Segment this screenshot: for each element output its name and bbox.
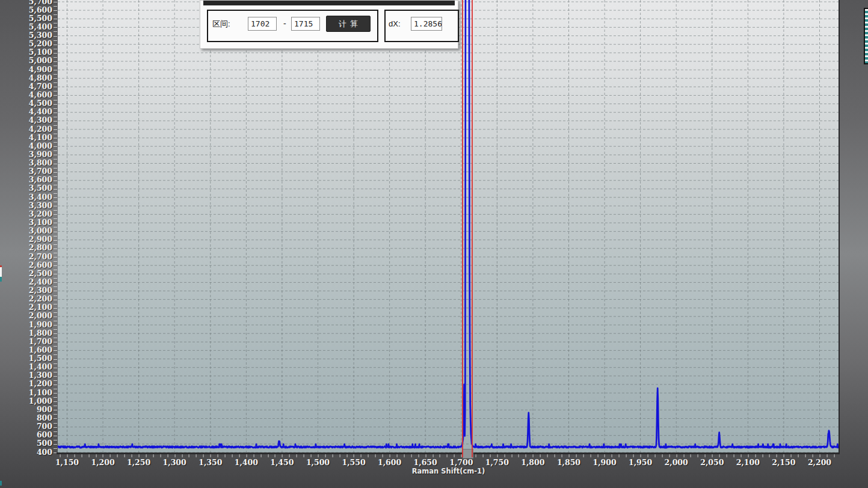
calculate-button[interactable]: 计算 bbox=[326, 16, 371, 32]
dx-label: dX: bbox=[389, 19, 401, 29]
x-tick-label: 1,950 bbox=[621, 459, 660, 467]
y-tick-label: 400 bbox=[0, 448, 52, 457]
y-axis-minor-ticks bbox=[54, 0, 57, 453]
spectrum-trace bbox=[58, 0, 839, 448]
x-tick-label: 1,250 bbox=[120, 459, 158, 467]
raman-spectrum-chart[interactable] bbox=[58, 0, 839, 452]
y-tick-label: 1,000 bbox=[0, 397, 52, 406]
y-tick-label: 5,100 bbox=[0, 48, 52, 57]
y-tick-label: 2,900 bbox=[0, 235, 52, 244]
y-tick-label: 4,500 bbox=[0, 99, 52, 108]
x-tick-label: 2,200 bbox=[801, 459, 839, 467]
y-tick-label: 4,000 bbox=[0, 142, 52, 150]
y-tick-label: 2,300 bbox=[0, 286, 52, 295]
interval-measure-dialog: 区间: - 计算 dX: bbox=[200, 0, 458, 49]
dx-result-input[interactable] bbox=[411, 17, 442, 31]
y-tick-label: 3,500 bbox=[0, 184, 52, 193]
y-tick-label: 800 bbox=[0, 414, 52, 422]
y-tick-label: 3,100 bbox=[0, 218, 52, 227]
y-tick-label: 1,900 bbox=[0, 321, 52, 329]
y-tick-label: 4,900 bbox=[0, 66, 52, 74]
y-tick-label: 3,000 bbox=[0, 227, 52, 235]
x-tick-label: 1,500 bbox=[299, 459, 337, 467]
interval-separator: - bbox=[283, 18, 286, 29]
y-tick-label: 5,300 bbox=[0, 31, 52, 40]
interval-from-input[interactable] bbox=[248, 17, 277, 31]
y-tick-label: 2,400 bbox=[0, 278, 52, 286]
y-tick-label: 4,700 bbox=[0, 82, 52, 91]
x-tick-label: 2,100 bbox=[728, 459, 767, 467]
y-tick-label: 600 bbox=[0, 431, 52, 439]
y-tick-label: 4,400 bbox=[0, 108, 52, 116]
y-tick-label: 2,000 bbox=[0, 312, 52, 320]
y-tick-label: 1,500 bbox=[0, 354, 52, 363]
x-axis-title: Raman Shift(cm-1) bbox=[58, 467, 839, 475]
x-axis-line bbox=[57, 452, 840, 454]
x-tick-label: 2,150 bbox=[765, 459, 803, 467]
x-tick-label: 1,450 bbox=[263, 459, 301, 467]
y-tick-label: 4,600 bbox=[0, 91, 52, 99]
y-tick-label: 3,700 bbox=[0, 167, 52, 176]
grid-lines bbox=[58, 0, 839, 452]
x-tick-label: 1,150 bbox=[48, 459, 87, 467]
x-tick-label: 1,750 bbox=[478, 459, 516, 467]
interval-to-input[interactable] bbox=[291, 17, 320, 31]
y-tick-label: 5,600 bbox=[0, 6, 52, 14]
y-tick-label: 5,700 bbox=[0, 0, 52, 6]
spectrum-analyzer-window: 4005006007008009001,0001,1001,2001,3001,… bbox=[0, 0, 868, 488]
y-tick-label: 4,100 bbox=[0, 134, 52, 142]
y-tick-label: 5,500 bbox=[0, 14, 52, 23]
y-tick-label: 900 bbox=[0, 406, 52, 414]
x-tick-label: 1,700 bbox=[442, 459, 481, 467]
clipped-corner-bottom-left bbox=[0, 481, 2, 486]
x-tick-label: 1,350 bbox=[191, 459, 230, 467]
y-tick-label: 5,000 bbox=[0, 57, 52, 65]
x-tick-label: 2,050 bbox=[693, 459, 731, 467]
y-tick-label: 4,300 bbox=[0, 116, 52, 125]
y-tick-label: 4,200 bbox=[0, 125, 52, 134]
plot-right-border bbox=[839, 0, 840, 454]
y-tick-label: 2,500 bbox=[0, 270, 52, 278]
clipped-panel-right bbox=[864, 8, 868, 64]
y-tick-label: 2,700 bbox=[0, 253, 52, 261]
y-tick-label: 3,600 bbox=[0, 176, 52, 184]
y-tick-label: 2,800 bbox=[0, 244, 52, 252]
y-tick-label: 3,300 bbox=[0, 202, 52, 210]
y-tick-label: 1,400 bbox=[0, 363, 52, 371]
interval-label: 区间: bbox=[212, 19, 230, 29]
y-tick-label: 500 bbox=[0, 439, 52, 448]
y-tick-label: 5,200 bbox=[0, 40, 52, 48]
dialog-titlebar[interactable] bbox=[203, 1, 455, 5]
clipped-panel-left bbox=[0, 265, 2, 282]
y-tick-label: 3,200 bbox=[0, 210, 52, 218]
x-tick-label: 1,400 bbox=[227, 459, 265, 467]
y-tick-label: 1,600 bbox=[0, 346, 52, 354]
x-tick-label: 1,650 bbox=[406, 459, 445, 467]
x-tick-label: 1,800 bbox=[514, 459, 552, 467]
x-tick-label: 1,900 bbox=[585, 459, 624, 467]
y-tick-label: 2,100 bbox=[0, 303, 52, 312]
y-tick-label: 2,200 bbox=[0, 295, 52, 303]
interval-marker-line[interactable] bbox=[472, 0, 473, 457]
y-tick-label: 3,400 bbox=[0, 193, 52, 202]
y-tick-label: 700 bbox=[0, 422, 52, 431]
y-tick-label: 1,300 bbox=[0, 371, 52, 380]
y-tick-label: 5,400 bbox=[0, 23, 52, 31]
x-tick-label: 1,600 bbox=[371, 459, 409, 467]
y-tick-label: 1,700 bbox=[0, 338, 52, 346]
y-tick-label: 1,100 bbox=[0, 389, 52, 397]
x-tick-label: 1,300 bbox=[155, 459, 194, 467]
x-tick-label: 2,000 bbox=[657, 459, 695, 467]
y-tick-label: 1,200 bbox=[0, 380, 52, 388]
x-tick-label: 1,200 bbox=[84, 459, 122, 467]
y-tick-label: 3,800 bbox=[0, 159, 52, 167]
interval-marker-line[interactable] bbox=[462, 0, 463, 457]
x-tick-label: 1,850 bbox=[550, 459, 588, 467]
y-tick-label: 2,600 bbox=[0, 261, 52, 270]
y-tick-label: 3,900 bbox=[0, 150, 52, 159]
y-tick-label: 4,800 bbox=[0, 74, 52, 82]
x-tick-label: 1,550 bbox=[334, 459, 373, 467]
y-tick-label: 1,800 bbox=[0, 329, 52, 338]
